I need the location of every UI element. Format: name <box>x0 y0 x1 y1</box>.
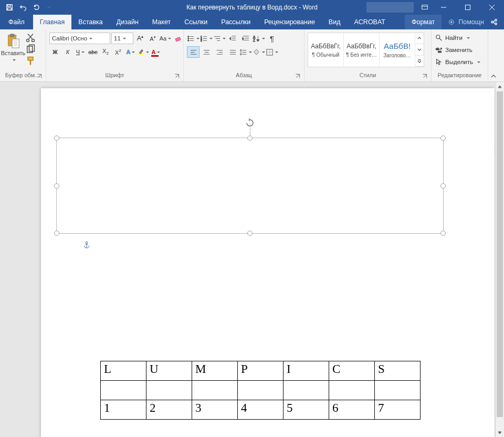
paste-button[interactable]: Вставить <box>2 31 24 60</box>
tab-design[interactable]: Дизайн <box>110 15 145 29</box>
align-left-button[interactable] <box>187 46 200 58</box>
strikethrough-button[interactable]: abc <box>87 46 99 58</box>
rotate-handle[interactable] <box>245 118 255 128</box>
borders-button[interactable] <box>266 46 278 58</box>
minimize-button[interactable] <box>432 0 456 15</box>
tab-file[interactable]: Файл <box>0 15 33 29</box>
table-cell[interactable] <box>375 381 421 400</box>
resize-handle-mr[interactable] <box>440 183 446 189</box>
table-cell[interactable]: C <box>329 361 375 381</box>
clear-formatting-button[interactable] <box>172 33 184 44</box>
style-nospacing[interactable]: АаБбВвГг,¶ Без инте… <box>344 33 380 67</box>
page[interactable]: L U M P I C S 1 2 3 4 <box>41 88 495 437</box>
ribbon-display-options[interactable] <box>418 1 432 14</box>
format-painter-button[interactable] <box>25 56 36 66</box>
tab-mailings[interactable]: Рассылки <box>214 15 257 29</box>
table-cell[interactable]: 6 <box>329 400 375 420</box>
tab-layout[interactable]: Макет <box>145 15 177 29</box>
resize-handle-tm[interactable] <box>247 136 253 141</box>
select-button[interactable]: Выделить <box>434 56 482 67</box>
styles-more[interactable] <box>415 33 424 67</box>
account-area[interactable] <box>366 2 414 13</box>
redo-button[interactable] <box>30 1 43 14</box>
resize-handle-tl[interactable] <box>54 136 59 141</box>
superscript-button[interactable]: X2 <box>112 46 124 58</box>
tab-home[interactable]: Главная <box>33 15 72 29</box>
subscript-button[interactable]: X2 <box>100 46 111 58</box>
save-button[interactable] <box>3 1 16 14</box>
multilevel-list-button[interactable] <box>213 33 226 44</box>
table-cell[interactable]: I <box>284 361 329 381</box>
table-cell[interactable] <box>192 381 238 400</box>
maximize-button[interactable] <box>456 0 480 15</box>
table-cell[interactable] <box>146 381 192 400</box>
resize-handle-br[interactable] <box>440 231 446 236</box>
italic-button[interactable]: К <box>62 46 74 58</box>
table-cell[interactable]: 1 <box>101 400 146 420</box>
table-cell[interactable]: S <box>375 361 421 381</box>
show-marks-button[interactable]: ¶ <box>266 33 278 44</box>
table-cell[interactable]: U <box>146 361 192 381</box>
tab-references[interactable]: Ссылки <box>177 15 214 29</box>
numbering-button[interactable]: 123 <box>200 33 213 44</box>
font-launcher[interactable] <box>174 73 180 79</box>
tab-acrobat[interactable]: ACROBAT <box>347 15 392 29</box>
table-cell[interactable] <box>284 381 329 400</box>
paragraph-launcher[interactable] <box>295 73 301 79</box>
align-right-button[interactable] <box>213 46 226 58</box>
table-cell[interactable]: 2 <box>146 400 192 420</box>
underline-button[interactable]: Ч <box>75 46 86 58</box>
table-cell[interactable] <box>101 381 146 400</box>
text-effects-button[interactable]: A <box>125 46 136 58</box>
resize-handle-ml[interactable] <box>54 183 59 189</box>
scroll-up-button[interactable] <box>496 82 504 91</box>
table-row[interactable]: L U M P I C S <box>101 361 421 381</box>
tell-me[interactable]: Помощн <box>448 15 484 29</box>
bold-button[interactable]: Ж <box>49 46 61 58</box>
anchor-icon[interactable] <box>83 241 90 251</box>
scroll-thumb[interactable] <box>497 91 503 417</box>
font-name-combo[interactable]: Calibri (Осно <box>49 33 110 44</box>
resize-handle-bl[interactable] <box>54 231 59 236</box>
decrease-indent-button[interactable] <box>226 33 239 44</box>
tab-format[interactable]: Формат <box>405 15 442 29</box>
qat-customize[interactable] <box>44 1 51 14</box>
cut-button[interactable] <box>25 33 36 43</box>
table-row[interactable]: 1 2 3 4 5 6 7 <box>101 400 421 420</box>
change-case-button[interactable]: Aa <box>160 33 171 44</box>
tab-view[interactable]: Вид <box>322 15 348 29</box>
copy-button[interactable] <box>25 45 36 54</box>
table-cell[interactable]: 5 <box>284 400 329 420</box>
font-size-combo[interactable]: 11 <box>111 33 133 44</box>
table-cell[interactable]: M <box>192 361 238 381</box>
replace-button[interactable]: abacЗаменить <box>434 44 482 55</box>
vertical-scrollbar[interactable] <box>495 82 504 437</box>
resize-handle-tr[interactable] <box>440 136 446 141</box>
collapse-ribbon-button[interactable] <box>488 29 499 81</box>
selected-textbox[interactable] <box>56 138 444 234</box>
justify-button[interactable] <box>226 46 239 58</box>
tab-review[interactable]: Рецензирование <box>257 15 322 29</box>
styles-launcher[interactable] <box>422 73 428 79</box>
sort-button[interactable]: AZ <box>253 33 265 44</box>
share-button[interactable] <box>484 15 504 29</box>
shrink-font-button[interactable]: A▾ <box>147 33 159 44</box>
font-color-button[interactable]: A <box>150 46 162 58</box>
table-cell[interactable]: P <box>238 361 284 381</box>
table-row[interactable] <box>101 381 421 400</box>
table-cell[interactable]: 4 <box>238 400 284 420</box>
style-heading1[interactable]: АаБбВ!Заголово… <box>380 33 415 67</box>
style-normal[interactable]: АаБбВвГг,¶ Обычный <box>308 33 344 67</box>
bullets-button[interactable] <box>187 33 200 44</box>
clipboard-launcher[interactable] <box>36 73 43 79</box>
table-cell[interactable]: 7 <box>375 400 421 420</box>
table-cell[interactable] <box>329 381 375 400</box>
table-cell[interactable]: 3 <box>192 400 238 420</box>
align-center-button[interactable] <box>200 46 213 58</box>
highlight-button[interactable] <box>138 46 149 58</box>
resize-handle-bm[interactable] <box>247 231 253 236</box>
grow-font-button[interactable]: A▴ <box>134 33 146 44</box>
tab-insert[interactable]: Вставка <box>71 15 109 29</box>
undo-button[interactable] <box>17 1 29 14</box>
increase-indent-button[interactable] <box>239 33 252 44</box>
